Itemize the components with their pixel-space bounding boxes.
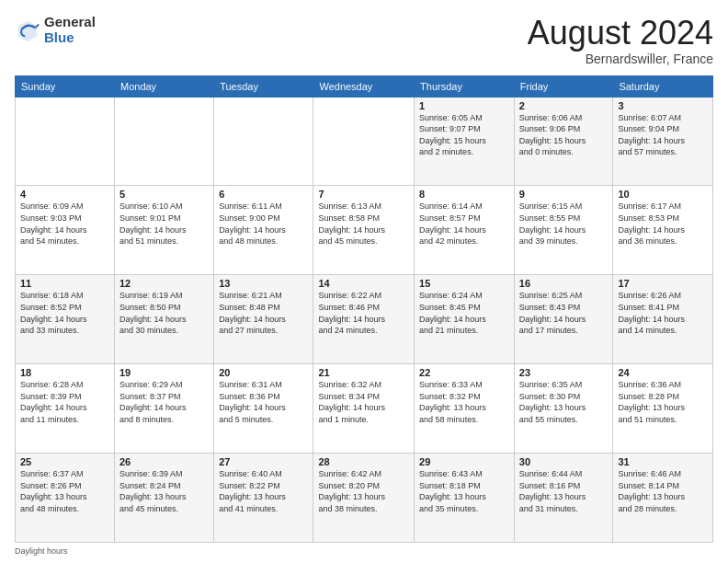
day-number: 21 (318, 367, 409, 378)
day-number: 14 (318, 278, 409, 289)
day-info: Sunrise: 6:26 AM Sunset: 8:41 PM Dayligh… (618, 290, 708, 336)
day-number: 19 (119, 367, 209, 378)
calendar-cell: 17Sunrise: 6:26 AM Sunset: 8:41 PM Dayli… (613, 275, 713, 364)
calendar-cell (214, 97, 313, 186)
title-month: August 2024 (528, 15, 713, 52)
title-block: August 2024 Bernardswiller, France (528, 15, 713, 66)
calendar-cell: 23Sunrise: 6:35 AM Sunset: 8:30 PM Dayli… (514, 364, 613, 454)
logo-blue-text: Blue (44, 30, 96, 46)
calendar-cell (313, 97, 415, 186)
day-number: 3 (618, 100, 708, 111)
day-number: 28 (318, 456, 409, 467)
day-info: Sunrise: 6:06 AM Sunset: 9:06 PM Dayligh… (519, 112, 609, 158)
calendar-cell: 22Sunrise: 6:33 AM Sunset: 8:32 PM Dayli… (415, 364, 515, 454)
calendar-cell: 7Sunrise: 6:13 AM Sunset: 8:58 PM Daylig… (313, 186, 415, 275)
calendar-cell: 15Sunrise: 6:24 AM Sunset: 8:45 PM Dayli… (415, 275, 515, 364)
header-friday: Friday (514, 75, 613, 97)
day-info: Sunrise: 6:43 AM Sunset: 8:18 PM Dayligh… (419, 468, 509, 514)
page: General Blue August 2024 Bernardswiller,… (0, 0, 728, 563)
week-row-0: 1Sunrise: 6:05 AM Sunset: 9:07 PM Daylig… (16, 97, 713, 186)
day-number: 13 (219, 278, 308, 289)
day-number: 17 (618, 278, 708, 289)
calendar-cell: 19Sunrise: 6:29 AM Sunset: 8:37 PM Dayli… (114, 364, 213, 454)
calendar-cell: 26Sunrise: 6:39 AM Sunset: 8:24 PM Dayli… (114, 454, 213, 543)
day-number: 15 (419, 278, 509, 289)
calendar-cell (16, 97, 115, 186)
calendar-cell: 28Sunrise: 6:42 AM Sunset: 8:20 PM Dayli… (313, 454, 415, 543)
calendar-cell: 31Sunrise: 6:46 AM Sunset: 8:14 PM Dayli… (613, 454, 713, 543)
day-info: Sunrise: 6:11 AM Sunset: 9:00 PM Dayligh… (219, 201, 308, 247)
day-info: Sunrise: 6:28 AM Sunset: 8:39 PM Dayligh… (20, 379, 109, 425)
day-info: Sunrise: 6:18 AM Sunset: 8:52 PM Dayligh… (20, 290, 109, 336)
calendar-cell: 30Sunrise: 6:44 AM Sunset: 8:16 PM Dayli… (514, 454, 613, 543)
header-tuesday: Tuesday (214, 75, 313, 97)
day-number: 27 (219, 456, 308, 467)
day-info: Sunrise: 6:24 AM Sunset: 8:45 PM Dayligh… (419, 290, 509, 336)
day-number: 5 (119, 189, 209, 200)
calendar-cell: 6Sunrise: 6:11 AM Sunset: 9:00 PM Daylig… (214, 186, 313, 275)
calendar-cell: 10Sunrise: 6:17 AM Sunset: 8:53 PM Dayli… (613, 186, 713, 275)
day-number: 20 (219, 367, 308, 378)
day-info: Sunrise: 6:10 AM Sunset: 9:01 PM Dayligh… (119, 201, 209, 247)
calendar-cell: 12Sunrise: 6:19 AM Sunset: 8:50 PM Dayli… (114, 275, 213, 364)
day-number: 9 (519, 189, 609, 200)
calendar-cell: 27Sunrise: 6:40 AM Sunset: 8:22 PM Dayli… (214, 454, 313, 543)
day-number: 7 (318, 189, 409, 200)
day-info: Sunrise: 6:29 AM Sunset: 8:37 PM Dayligh… (119, 379, 209, 425)
calendar-table: Sunday Monday Tuesday Wednesday Thursday… (15, 75, 713, 543)
calendar-cell: 2Sunrise: 6:06 AM Sunset: 9:06 PM Daylig… (514, 97, 613, 186)
day-number: 4 (20, 189, 109, 200)
footer-note: Daylight hours (15, 546, 713, 556)
day-info: Sunrise: 6:31 AM Sunset: 8:36 PM Dayligh… (219, 379, 308, 425)
week-row-2: 11Sunrise: 6:18 AM Sunset: 8:52 PM Dayli… (16, 275, 713, 364)
logo-text: General Blue (44, 15, 96, 45)
day-info: Sunrise: 6:22 AM Sunset: 8:46 PM Dayligh… (318, 290, 409, 336)
calendar-cell: 8Sunrise: 6:14 AM Sunset: 8:57 PM Daylig… (415, 186, 515, 275)
day-info: Sunrise: 6:39 AM Sunset: 8:24 PM Dayligh… (119, 468, 209, 514)
day-number: 29 (419, 456, 509, 467)
calendar-cell (114, 97, 213, 186)
day-info: Sunrise: 6:13 AM Sunset: 8:58 PM Dayligh… (318, 201, 409, 247)
day-info: Sunrise: 6:19 AM Sunset: 8:50 PM Dayligh… (119, 290, 209, 336)
day-info: Sunrise: 6:25 AM Sunset: 8:43 PM Dayligh… (519, 290, 609, 336)
calendar-cell: 5Sunrise: 6:10 AM Sunset: 9:01 PM Daylig… (114, 186, 213, 275)
day-info: Sunrise: 6:42 AM Sunset: 8:20 PM Dayligh… (318, 468, 409, 514)
calendar-body: 1Sunrise: 6:05 AM Sunset: 9:07 PM Daylig… (16, 97, 713, 542)
calendar-cell: 1Sunrise: 6:05 AM Sunset: 9:07 PM Daylig… (415, 97, 515, 186)
header-sunday: Sunday (16, 75, 115, 97)
calendar-cell: 9Sunrise: 6:15 AM Sunset: 8:55 PM Daylig… (514, 186, 613, 275)
calendar-cell: 16Sunrise: 6:25 AM Sunset: 8:43 PM Dayli… (514, 275, 613, 364)
calendar-cell: 24Sunrise: 6:36 AM Sunset: 8:28 PM Dayli… (613, 364, 713, 454)
calendar-cell: 4Sunrise: 6:09 AM Sunset: 9:03 PM Daylig… (16, 186, 115, 275)
day-info: Sunrise: 6:35 AM Sunset: 8:30 PM Dayligh… (519, 379, 609, 425)
day-info: Sunrise: 6:37 AM Sunset: 8:26 PM Dayligh… (20, 468, 109, 514)
header: General Blue August 2024 Bernardswiller,… (15, 15, 713, 66)
day-info: Sunrise: 6:07 AM Sunset: 9:04 PM Dayligh… (618, 112, 708, 158)
week-row-3: 18Sunrise: 6:28 AM Sunset: 8:39 PM Dayli… (16, 364, 713, 454)
day-number: 12 (119, 278, 209, 289)
header-saturday: Saturday (613, 75, 713, 97)
logo: General Blue (15, 15, 96, 45)
day-number: 26 (119, 456, 209, 467)
day-info: Sunrise: 6:21 AM Sunset: 8:48 PM Dayligh… (219, 290, 308, 336)
day-number: 6 (219, 189, 308, 200)
day-info: Sunrise: 6:14 AM Sunset: 8:57 PM Dayligh… (419, 201, 509, 247)
day-info: Sunrise: 6:40 AM Sunset: 8:22 PM Dayligh… (219, 468, 308, 514)
day-number: 22 (419, 367, 509, 378)
day-number: 23 (519, 367, 609, 378)
day-number: 16 (519, 278, 609, 289)
logo-general-text: General (44, 15, 96, 30)
header-thursday: Thursday (415, 75, 515, 97)
week-row-4: 25Sunrise: 6:37 AM Sunset: 8:26 PM Dayli… (16, 454, 713, 543)
day-info: Sunrise: 6:17 AM Sunset: 8:53 PM Dayligh… (618, 201, 708, 247)
calendar-cell: 29Sunrise: 6:43 AM Sunset: 8:18 PM Dayli… (415, 454, 515, 543)
day-number: 18 (20, 367, 109, 378)
calendar-cell: 3Sunrise: 6:07 AM Sunset: 9:04 PM Daylig… (613, 97, 713, 186)
week-row-1: 4Sunrise: 6:09 AM Sunset: 9:03 PM Daylig… (16, 186, 713, 275)
day-info: Sunrise: 6:36 AM Sunset: 8:28 PM Dayligh… (618, 379, 708, 425)
calendar-header: Sunday Monday Tuesday Wednesday Thursday… (16, 75, 713, 97)
calendar-cell: 21Sunrise: 6:32 AM Sunset: 8:34 PM Dayli… (313, 364, 415, 454)
header-wednesday: Wednesday (313, 75, 415, 97)
day-info: Sunrise: 6:44 AM Sunset: 8:16 PM Dayligh… (519, 468, 609, 514)
day-info: Sunrise: 6:15 AM Sunset: 8:55 PM Dayligh… (519, 201, 609, 247)
